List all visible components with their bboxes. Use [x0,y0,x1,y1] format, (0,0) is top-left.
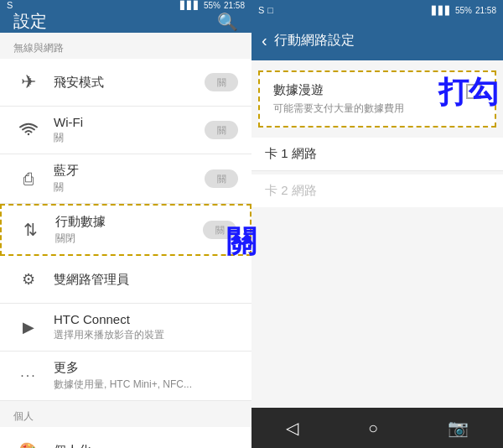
bluetooth-icon: ⎙ [13,164,44,194]
left-top-bar: 設定 🔍 [0,10,252,33]
airplane-icon: ✈ [13,67,44,97]
bluetooth-subtitle: 關 [54,180,205,195]
section-wireless-label: 無線與網路 [0,33,252,59]
htc-connect-text: HTC Connect 選擇用來播放影音的裝置 [44,312,238,342]
more-title: 更多 [54,360,238,376]
menu-item-wifi[interactable]: Wi-Fi 關 關 [0,107,252,154]
right-nav-back-button[interactable]: ◁ [279,411,305,445]
more-subtitle: 數據使用量, HTC Mini+, NFC... [54,378,238,392]
personalize-icon: 🎨 [13,435,44,448]
sim2-section: 卡 2 網路 [252,175,503,207]
htc-connect-subtitle: 選擇用來播放影音的裝置 [54,328,238,342]
left-status-left: S [7,0,13,10]
roaming-subtitle: 可能需要支付大量的數據費用 [273,102,466,116]
right-panel: S □ ▋▋▋ 55% 21:58 ‹ 行動網路設定 數據漫遊 可能需要支付大量… [252,0,503,448]
wifi-title: Wi-Fi [54,115,205,129]
right-battery: 55% [455,6,472,15]
roaming-title: 數據漫遊 [273,82,466,98]
menu-item-airplane[interactable]: ✈ 飛安模式 關 [0,59,252,107]
more-text: 更多 數據使用量, HTC Mini+, NFC... [44,360,238,392]
back-button[interactable]: ‹ [262,31,267,50]
right-status-left: S □ [258,5,273,15]
data-roaming-section: 數據漫遊 可能需要支付大量的數據費用 打勾 [258,70,496,128]
menu-item-dual-network[interactable]: ⚙ 雙網路管理員 [0,256,252,304]
right-status-extra-icon: □ [267,5,273,15]
dual-network-title: 雙網路管理員 [54,272,238,288]
wifi-text: Wi-Fi 關 [44,115,205,145]
airplane-text: 飛安模式 [44,75,205,91]
right-status-app-icon: S [258,5,264,15]
right-top-bar-title: 行動網路設定 [274,32,355,49]
section-personal-label: 個人 [0,401,252,427]
right-top-bar: ‹ 行動網路設定 [252,20,503,60]
right-status-bar: S □ ▋▋▋ 55% 21:58 [252,0,503,20]
right-bottom-nav: ◁ ○ 📷 [252,408,503,448]
airplane-toggle[interactable]: 關 [205,73,238,91]
right-time: 21:58 [475,6,496,15]
bluetooth-toggle[interactable]: 關 [205,169,238,188]
mobile-data-icon: ⇅ [15,215,45,245]
right-nav-camera-button[interactable]: 📷 [441,411,475,445]
menu-item-more[interactable]: ··· 更多 數據使用量, HTC Mini+, NFC... [0,352,252,401]
mobile-data-title: 行動數據 [55,214,203,230]
left-panel: S ▋▋▋ 55% 21:58 設定 🔍 無線與網路 ✈ 飛安模式 關 [0,0,252,448]
personalize-text: 個人化 [44,443,238,449]
menu-item-personalize[interactable]: 🎨 個人化 [0,427,252,448]
search-icon[interactable]: 🔍 [217,12,238,32]
bluetooth-text: 藍牙 關 [44,163,205,195]
mobile-data-subtitle: 關閉 [55,232,203,246]
airplane-title: 飛安模式 [54,75,205,91]
annotation-tick: 打勾 [438,72,499,113]
wifi-icon [13,115,44,145]
mobile-data-text: 行動數據 關閉 [45,214,203,246]
wifi-toggle[interactable]: 關 [205,121,238,139]
dual-network-icon: ⚙ [13,264,44,294]
right-nav-home-button[interactable]: ○ [361,412,385,445]
left-status-bar: S ▋▋▋ 55% 21:58 [0,0,252,10]
menu-item-bluetooth[interactable]: ⎙ 藍牙 關 關 [0,154,252,204]
left-battery: 55% [204,1,220,10]
left-signal-icon: ▋▋▋ [180,1,200,10]
right-content: 數據漫遊 可能需要支付大量的數據費用 打勾 卡 1 網路 卡 2 網路 [252,60,503,408]
wifi-subtitle: 關 [54,131,205,145]
right-signal-icon: ▋▋▋ [432,6,452,15]
htc-connect-title: HTC Connect [54,312,238,326]
left-status-right: ▋▋▋ 55% 21:58 [180,1,245,10]
sim2-label: 卡 2 網路 [252,175,503,207]
sim1-label[interactable]: 卡 1 網路 [252,138,503,171]
bluetooth-title: 藍牙 [54,163,205,179]
roaming-text: 數據漫遊 可能需要支付大量的數據費用 [273,82,466,116]
htc-connect-icon: ▶ [13,312,44,342]
menu-item-mobile-data[interactable]: ⇅ 行動數據 關閉 關 關 [0,204,252,256]
left-status-app-icon: S [7,0,13,10]
dual-network-text: 雙網路管理員 [44,272,238,288]
settings-title: 設定 [13,10,47,33]
left-time: 21:58 [224,1,245,10]
annotation-off: 關 [226,221,257,263]
right-status-right: ▋▋▋ 55% 21:58 [432,6,496,15]
personalize-title: 個人化 [54,443,238,449]
sim1-section: 卡 1 網路 [252,138,503,171]
more-icon: ··· [13,361,44,391]
menu-item-htc-connect[interactable]: ▶ HTC Connect 選擇用來播放影音的裝置 [0,304,252,352]
